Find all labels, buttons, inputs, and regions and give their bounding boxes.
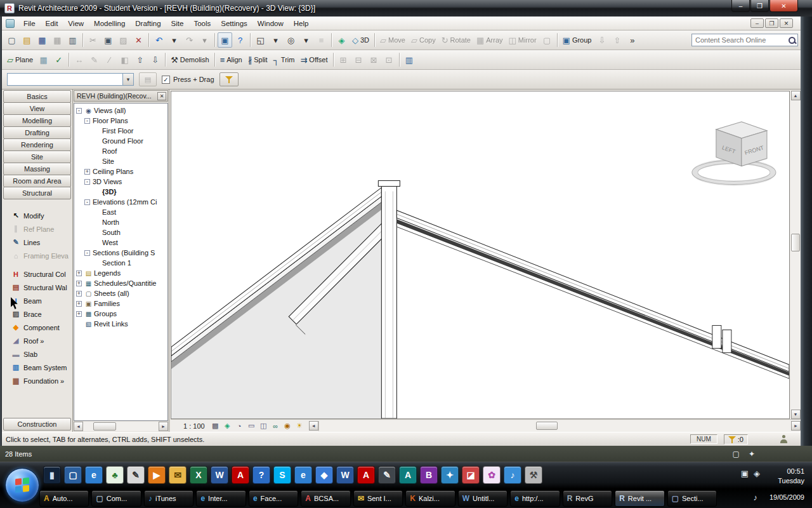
design-pen-icon[interactable]: ✎: [378, 466, 396, 484]
cut-button[interactable]: ✂: [86, 32, 100, 48]
word-icon[interactable]: W: [211, 466, 228, 484]
zoom-region-button[interactable]: ◱: [253, 32, 268, 48]
flower-app-icon[interactable]: ✿: [483, 466, 501, 484]
itunes-icon[interactable]: ♪: [504, 466, 521, 484]
shadows-button[interactable]: ▩: [210, 421, 221, 431]
design-bar-tab[interactable]: Rendering: [3, 138, 71, 151]
group-button[interactable]: ▣ Group: [560, 32, 594, 48]
scroll-up-icon[interactable]: ▲: [791, 91, 801, 100]
close-button[interactable]: ✕: [769, 0, 798, 12]
menu-item[interactable]: Site: [166, 18, 189, 29]
restore-button[interactable]: ❐: [750, 0, 769, 12]
menu-item[interactable]: Window: [252, 18, 289, 29]
rotate-button[interactable]: ↻ Rotate: [439, 32, 473, 48]
tree-item[interactable]: East: [74, 207, 167, 217]
cut-geometry-button[interactable]: ⊠: [367, 52, 381, 67]
menu-item[interactable]: Drafting: [130, 18, 166, 29]
temporary-hide-button[interactable]: ∞: [270, 421, 281, 431]
menu-item[interactable]: Edit: [41, 18, 63, 29]
detail-level-button[interactable]: ◔: [234, 421, 245, 431]
taskbar-window-button[interactable]: ♪ iTunes: [144, 490, 193, 507]
design-bar-tab-construction[interactable]: Construction: [3, 418, 71, 431]
design-tool-item[interactable]: ▆ Foundation »: [2, 374, 72, 387]
tree-expander-icon[interactable]: -: [84, 118, 90, 124]
menu-item[interactable]: View: [63, 18, 89, 29]
zoom-magnify-menu-button[interactable]: ▾: [299, 32, 313, 48]
design-tool-item[interactable]: ✎ Lines: [2, 236, 72, 249]
sun-shadows-button[interactable]: ☀: [294, 421, 305, 431]
selection-count-indicator[interactable]: :0: [724, 434, 748, 444]
design-tool-item[interactable]: ▤ Structural Wal: [2, 281, 72, 294]
measure-button[interactable]: ▥: [402, 52, 417, 67]
delete-button[interactable]: ✕: [131, 32, 146, 48]
design-bar-tab[interactable]: Room and Area: [3, 175, 71, 187]
copy-tool-button[interactable]: ▱ Copy: [409, 32, 438, 48]
design-bar-tab[interactable]: Basics: [3, 90, 71, 103]
type-selector[interactable]: ▾: [7, 73, 134, 86]
tree-app-icon[interactable]: ♣: [106, 466, 124, 484]
tree-expander-icon[interactable]: +: [76, 281, 82, 286]
save-all-button[interactable]: ▦: [50, 32, 65, 48]
new-button[interactable]: ▢: [4, 32, 19, 48]
redo-menu-button[interactable]: ▾: [197, 32, 212, 48]
spelling-button[interactable]: ✓: [51, 52, 66, 67]
internet-explorer-2-icon[interactable]: e: [294, 466, 312, 484]
paste-button[interactable]: ▨: [116, 32, 131, 48]
outlook-icon[interactable]: ✉: [169, 466, 187, 484]
messenger-icon[interactable]: ◆: [315, 466, 333, 484]
taskbar-window-button[interactable]: A Auto...: [39, 490, 89, 507]
tree-item[interactable]: First Floor: [74, 126, 167, 136]
tree-item[interactable]: + Ceiling Plans: [74, 166, 167, 177]
design-tool-item[interactable]: ↖ Modify: [2, 209, 72, 222]
move-button[interactable]: ▱ Move: [377, 32, 408, 48]
pen-app-icon[interactable]: ✎: [127, 466, 145, 484]
menu-item[interactable]: File: [18, 18, 41, 29]
design-bar-tab[interactable]: View: [3, 102, 71, 115]
tray-network-icon[interactable]: ◈: [754, 469, 760, 478]
design-tool-item[interactable]: ▬ Slab: [2, 347, 72, 361]
horizontal-scrollbar[interactable]: [318, 421, 791, 431]
media-player-icon[interactable]: ▶: [148, 466, 166, 484]
scroll-right-icon[interactable]: ►: [159, 422, 168, 431]
unpin-button[interactable]: ⇧: [610, 32, 624, 48]
match-type-button[interactable]: ✎: [87, 52, 102, 67]
tree-item[interactable]: + ▩ Groups: [74, 309, 167, 319]
press-drag-checkbox[interactable]: ✓: [162, 76, 170, 84]
design-bar-tab[interactable]: Massing: [3, 163, 71, 175]
taskbar-window-button[interactable]: e http:/...: [510, 490, 560, 507]
taskbar-window-button[interactable]: ▢ Secti...: [667, 490, 717, 507]
help-app-icon[interactable]: ?: [252, 466, 270, 484]
taskbar-window-button[interactable]: R Revit ...: [615, 490, 664, 507]
crop-region-button[interactable]: ▭: [246, 421, 257, 431]
type-selector-arrow-icon[interactable]: ▾: [122, 74, 133, 85]
3d-view-canvas[interactable]: LEFT FRONT: [171, 91, 790, 419]
design-bar-tab[interactable]: Structural: [3, 187, 71, 199]
menu-item[interactable]: Help: [289, 18, 314, 29]
design-tool-item[interactable]: H Structural Col: [2, 267, 72, 281]
model-graphics-button[interactable]: ◈: [222, 421, 233, 431]
design-tool-item[interactable]: ◆ Component: [2, 321, 72, 334]
dynamically-modify-view-button[interactable]: ◈: [334, 32, 349, 48]
design-tool-item[interactable]: ▥ Beam System: [2, 361, 72, 374]
scroll-down-icon[interactable]: ▼: [791, 410, 801, 419]
taskbar-window-button[interactable]: ✉ Sent I...: [353, 490, 403, 507]
scroll-left-icon[interactable]: ◄: [309, 421, 318, 431]
taskbar-window-button[interactable]: W Untitl...: [458, 490, 508, 507]
excel-icon[interactable]: X: [190, 466, 207, 484]
align-button[interactable]: ≡ Align: [218, 52, 245, 67]
previous-zoom-button[interactable]: ≡: [314, 32, 329, 48]
acrobat-2-icon[interactable]: A: [357, 466, 375, 484]
taskbar-window-button[interactable]: e Inter...: [196, 490, 246, 507]
tree-expander-icon[interactable]: +: [76, 311, 82, 317]
tree-expander-icon[interactable]: -: [84, 250, 90, 256]
vertical-scrollbar[interactable]: ▲ ▼: [790, 91, 801, 419]
project-browser-hscrollbar[interactable]: ◄ ►: [74, 422, 168, 431]
tree-item[interactable]: South: [74, 227, 167, 237]
tree-expander-icon[interactable]: +: [76, 271, 82, 276]
chart-app-icon[interactable]: ◪: [462, 466, 480, 484]
dynamic-view-button[interactable]: ▣: [218, 32, 232, 48]
reveal-hidden-button[interactable]: ◉: [282, 421, 293, 431]
work-plane-button[interactable]: ▱ Plane: [4, 52, 36, 67]
default-3d-view-button[interactable]: ◇ 3D: [350, 32, 372, 48]
redo-button[interactable]: ↷: [182, 32, 197, 48]
